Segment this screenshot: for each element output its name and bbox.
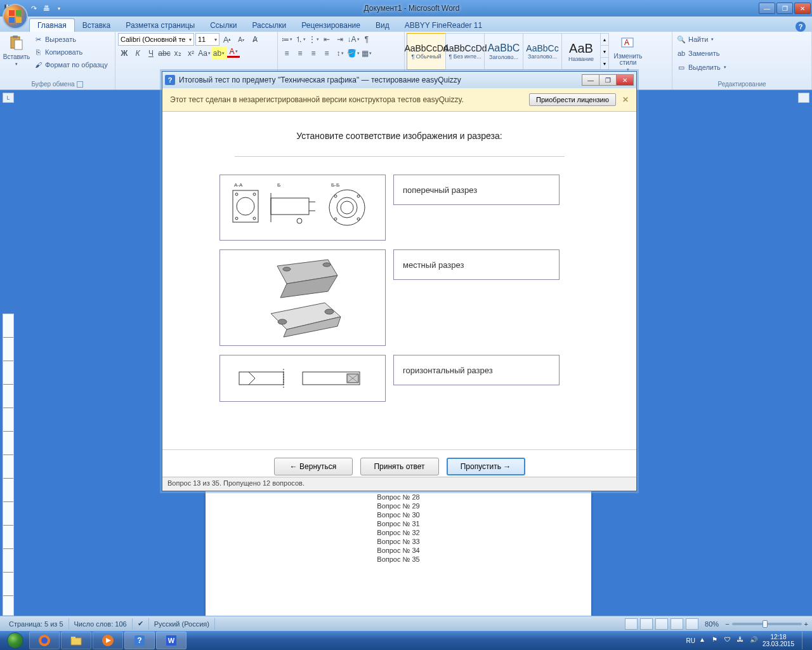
style-heading2[interactable]: AaBbCcЗаголово... (523, 33, 562, 70)
copy-button[interactable]: ⎘Копировать (32, 46, 109, 58)
language-status[interactable]: Русский (Россия) (149, 618, 215, 630)
print-layout-view-icon[interactable] (625, 618, 638, 630)
dialog-titlebar[interactable]: ? Итоговый тест по предмету "Техническая… (162, 72, 636, 88)
outline-view-icon[interactable] (671, 618, 683, 630)
ruler-toggle[interactable] (798, 93, 809, 103)
back-button[interactable]: ← Вернуться (274, 458, 353, 475)
dialog-minimize-button[interactable]: — (582, 74, 599, 86)
answer-slot-2[interactable]: местный разрез (393, 249, 560, 280)
outdent-icon[interactable]: ⇤ (320, 33, 333, 46)
multilevel-icon[interactable]: ⋮ (307, 33, 320, 46)
dialog-close-button[interactable]: ✕ (616, 74, 634, 86)
taskbar-quiz[interactable]: ? (124, 632, 155, 649)
question-image-2[interactable] (219, 249, 386, 346)
tab-layout[interactable]: Разметка страницы (118, 19, 202, 32)
clear-format-icon[interactable]: A̷ (249, 33, 261, 46)
underline-icon[interactable]: Ч (145, 47, 157, 60)
help-icon[interactable]: ? (796, 22, 806, 32)
accept-button[interactable]: Принять ответ (360, 458, 439, 475)
gallery-down-icon[interactable]: ▾ (601, 46, 608, 58)
tab-mailings[interactable]: Рассылки (244, 19, 294, 32)
superscript-icon[interactable]: x² (185, 47, 197, 60)
tab-references[interactable]: Ссылки (202, 19, 244, 32)
maximize-button[interactable]: ❐ (776, 3, 793, 14)
select-button[interactable]: ▭Выделить▾ (675, 61, 728, 74)
tray-lang[interactable]: RU (686, 637, 695, 644)
cut-button[interactable]: ✂Вырезать (32, 33, 109, 46)
taskbar-word[interactable]: W (156, 632, 187, 649)
answer-slot-3[interactable]: горизонтальный разрез (393, 355, 560, 385)
find-button[interactable]: 🔍Найти▾ (675, 33, 715, 46)
highlight-icon[interactable]: ab (211, 47, 226, 60)
zoom-slider[interactable] (732, 623, 802, 625)
italic-icon[interactable]: К (131, 47, 144, 60)
paste-button[interactable]: Вставить ▾ (3, 33, 30, 68)
fullscreen-view-icon[interactable] (640, 618, 653, 630)
taskbar-mediaplayer[interactable] (93, 632, 123, 649)
zoom-out-icon[interactable]: − (725, 620, 729, 628)
bold-icon[interactable]: Ж (118, 47, 131, 60)
minimize-button[interactable]: — (759, 3, 775, 14)
question-image-3[interactable] (219, 355, 386, 402)
redo-icon[interactable]: ↷ (28, 3, 39, 14)
tab-insert[interactable]: Вставка (75, 19, 119, 32)
qat-more-icon[interactable]: ▾ (53, 3, 65, 14)
skip-button[interactable]: Пропустить → (447, 458, 525, 475)
draft-view-icon[interactable] (686, 618, 698, 630)
gallery-up-icon[interactable]: ▴ (601, 34, 608, 46)
tray-clock[interactable]: 12:18 23.03.2015 (763, 633, 794, 647)
zoom-in-icon[interactable]: + (804, 620, 808, 628)
style-normal[interactable]: AaBbCcDd¶ Обычный (407, 33, 446, 70)
subscript-icon[interactable]: x₂ (171, 47, 184, 60)
tab-abbyy[interactable]: ABBYY FineReader 11 (397, 19, 490, 32)
indent-icon[interactable]: ⇥ (334, 33, 346, 46)
style-nospacing[interactable]: AaBbCcDd¶ Без инте... (445, 33, 485, 70)
office-button[interactable] (3, 4, 28, 29)
tray-flag-icon[interactable]: ▲ (699, 636, 708, 645)
tab-home[interactable]: Главная (29, 18, 75, 32)
style-title[interactable]: AaBНазвание (561, 33, 601, 70)
zoom-level[interactable]: 80% (705, 620, 719, 628)
buy-license-button[interactable]: Приобрести лицензию (529, 93, 616, 106)
print-icon[interactable]: 🖶 (41, 3, 52, 14)
ruler-corner[interactable]: L (3, 93, 14, 103)
taskbar-explorer[interactable] (61, 632, 91, 649)
align-left-icon[interactable]: ≡ (280, 47, 293, 60)
change-styles-button[interactable]: A Изменить стили ▾ (610, 33, 646, 74)
shading-icon[interactable]: 🪣 (347, 47, 360, 60)
font-color-icon[interactable]: A (227, 47, 240, 58)
justify-icon[interactable]: ≡ (320, 47, 333, 60)
banner-close-icon[interactable]: ✕ (622, 95, 629, 104)
launcher-icon[interactable] (77, 81, 83, 88)
line-spacing-icon[interactable]: ↕ (334, 47, 346, 60)
change-case-icon[interactable]: Aa (198, 47, 211, 60)
question-image-1[interactable]: А-А Б Б-Б (219, 175, 386, 241)
web-view-icon[interactable] (655, 618, 668, 630)
dialog-maximize-button[interactable]: ❐ (599, 74, 617, 86)
align-center-icon[interactable]: ≡ (294, 47, 306, 60)
replace-button[interactable]: abЗаменить (675, 47, 721, 60)
show-marks-icon[interactable]: ¶ (360, 33, 373, 46)
tray-network-icon[interactable]: 🖧 (737, 636, 746, 645)
word-count[interactable]: Число слов: 106 (69, 618, 133, 630)
tray-action-icon[interactable]: ⚑ (712, 636, 721, 645)
close-button[interactable]: ✕ (794, 3, 811, 14)
format-painter-button[interactable]: 🖌Формат по образцу (32, 58, 109, 71)
font-name-combo[interactable]: Calibri (Основной те▾ (118, 33, 194, 46)
page-status[interactable]: Страница: 5 из 5 (4, 618, 69, 630)
borders-icon[interactable]: ▦ (360, 47, 373, 60)
gallery-more-icon[interactable]: ▾ (601, 58, 608, 69)
numbering-icon[interactable]: ⒈ (294, 33, 306, 46)
strike-icon[interactable]: abc (158, 47, 171, 60)
tray-shield-icon[interactable]: 🛡 (724, 636, 733, 645)
proofing-icon[interactable]: ✔ (133, 618, 149, 630)
taskbar-firefox[interactable] (29, 632, 60, 649)
bullets-icon[interactable]: ≔ (280, 33, 293, 46)
grow-font-icon[interactable]: A▴ (221, 33, 233, 46)
tab-view[interactable]: Вид (368, 19, 397, 32)
align-right-icon[interactable]: ≡ (307, 47, 320, 60)
tray-volume-icon[interactable]: 🔊 (750, 636, 759, 645)
answer-slot-1[interactable]: поперечный разрез (393, 175, 560, 205)
style-heading1[interactable]: AaBbCЗаголово... (484, 33, 523, 70)
sort-icon[interactable]: ↓A (347, 33, 360, 46)
